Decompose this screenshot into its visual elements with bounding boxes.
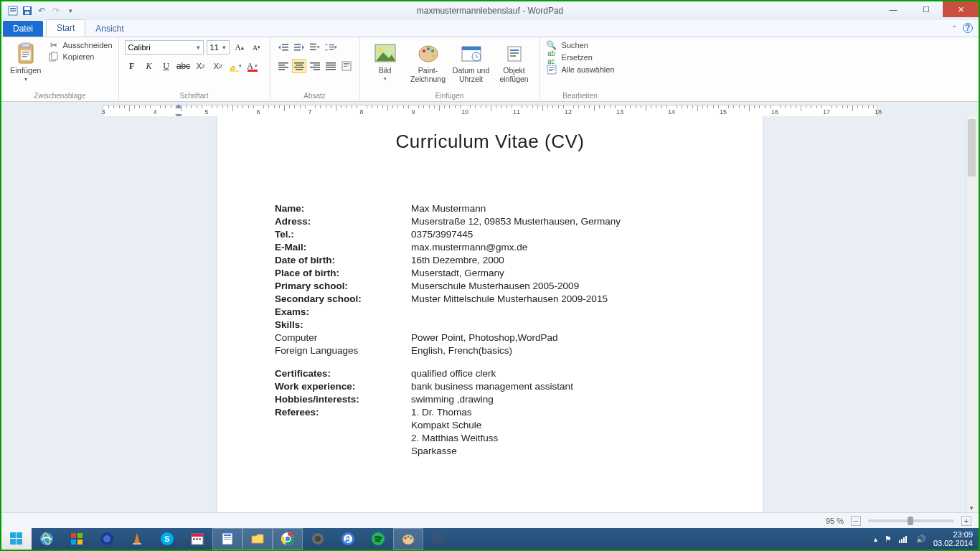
cv-label: Exams: [275,306,411,317]
shrink-font-button[interactable]: A▾ [250,40,264,55]
paste-button[interactable]: Einfügen ▾ [7,40,44,84]
taskbar-office[interactable] [62,528,92,550]
font-color-button[interactable]: A▾ [245,59,260,73]
paragraph-dialog-button[interactable] [339,59,354,73]
document-page[interactable]: Curriculum Vitae (CV) Name:Max Musterman… [217,116,763,514]
taskbar-ie[interactable] [32,528,62,550]
tray-more-icon[interactable]: ▴ [874,535,877,543]
subscript-button[interactable]: X2 [194,59,208,73]
taskbar: S ▴ ⚑ 🔊 23:09 03.02.2014 [1,528,979,550]
cv-label: Date of birth: [275,255,411,265]
bullet-list-button[interactable]: ☰▾ [308,40,322,55]
minimize-button[interactable]: — [877,1,910,17]
system-tray: ▴ ⚑ 🔊 23:09 03.02.2014 [874,530,979,547]
start-button[interactable] [1,528,32,550]
cut-button[interactable]: ✂Ausschneiden [48,40,112,50]
cv-label: Skills: [275,319,411,330]
taskbar-chrome[interactable] [273,528,303,550]
cv-label: Referees: [275,407,411,418]
save-icon[interactable] [22,5,33,17]
cv-label: E-Mail: [275,242,411,253]
insert-paint-button[interactable]: Paint-Zeichnung [409,40,448,83]
redo-icon[interactable]: ↷ [50,5,62,17]
insert-picture-button[interactable]: Bild▾ [366,40,405,82]
svg-text:S: S [164,534,169,543]
svg-rect-38 [326,65,336,66]
zoom-slider[interactable] [868,519,954,522]
svg-rect-20 [294,47,301,48]
qat-more-icon[interactable]: ▾ [65,5,76,17]
selectall-button[interactable]: Alle auswählen [546,65,615,75]
undo-icon[interactable]: ↶ [36,5,47,17]
svg-point-50 [431,50,434,52]
taskbar-spotify[interactable] [363,528,393,550]
align-center-button[interactable] [292,59,306,73]
taskbar-calendar[interactable] [182,528,212,550]
decrease-indent-button[interactable] [276,40,291,55]
cv-row: Adress:Muserstraße 12, 09853 Musterhause… [275,216,705,227]
zoom-in-button[interactable]: + [961,516,971,526]
zoom-slider-knob[interactable] [908,517,913,525]
svg-rect-70 [77,533,83,538]
tray-flag-icon[interactable]: ⚑ [885,534,892,544]
taskbar-paint[interactable] [393,528,423,550]
bold-button[interactable]: F [125,59,139,73]
collapse-ribbon-icon[interactable]: ⌃ [951,24,957,32]
tab-home[interactable]: Start [46,19,85,37]
taskbar-explorer[interactable] [242,528,273,550]
maximize-button[interactable]: ☐ [910,1,943,17]
svg-point-97 [410,537,413,540]
line-spacing-button[interactable]: ▾ [324,40,338,55]
taskbar-vlc[interactable] [122,528,152,550]
taskbar-wordpad[interactable] [212,528,242,550]
cv-row: Sparkasse [275,446,705,456]
font-name-combo[interactable]: Calibri [125,40,204,55]
insert-object-button[interactable]: Objekt einfügen [495,40,534,83]
group-editing-label: Bearbeiten [546,90,615,100]
svg-rect-17 [282,47,288,48]
svg-rect-27 [278,67,288,68]
cv-label: Tel.: [275,229,411,240]
grow-font-button[interactable]: A▴ [232,40,247,55]
align-justify-button[interactable] [324,59,338,73]
close-button[interactable] [943,1,979,17]
quick-access-toolbar: ↶ ↷ ▾ [1,5,76,17]
ribbon-tabs: Datei Start Ansicht ⌃ ? [1,20,979,37]
svg-rect-99 [899,540,900,543]
underline-button[interactable]: U [159,59,174,73]
increase-indent-button[interactable] [292,40,306,55]
cv-label: Name: [275,203,411,214]
svg-rect-86 [224,539,231,540]
scroll-thumb[interactable] [968,119,976,176]
cv-value [411,306,705,317]
taskbar-itunes[interactable] [333,528,363,550]
find-button[interactable]: 🔍Suchen [546,40,615,50]
window-controls: — ☐ [877,1,979,17]
copy-icon [48,52,60,62]
tray-network-icon[interactable] [899,534,909,543]
replace-button[interactable]: abacErsetzen [546,52,615,62]
superscript-button[interactable]: X2 [211,59,225,73]
help-icon[interactable]: ? [963,23,973,33]
zoom-out-button[interactable]: − [851,516,861,526]
taskbar-skype[interactable]: S [152,528,182,550]
italic-button[interactable]: K [142,59,156,73]
group-insert: Bild▾ Paint-Zeichnung Datum und Uhrzeit … [360,37,540,101]
tab-file[interactable]: Datei [3,21,43,37]
tray-clock[interactable]: 23:09 03.02.2014 [933,530,973,547]
align-right-button[interactable] [308,59,322,73]
svg-rect-26 [278,65,285,66]
vertical-scrollbar[interactable]: ▴ ▾ [966,116,977,514]
svg-rect-53 [462,47,481,50]
align-left-button[interactable] [276,59,291,73]
strikethrough-button[interactable]: abc [176,59,191,73]
tab-view[interactable]: Ansicht [85,21,133,37]
insert-datetime-button[interactable]: Datum und Uhrzeit [452,40,491,83]
taskbar-app-gray[interactable] [303,528,333,550]
copy-button[interactable]: Kopieren [48,52,112,62]
font-size-combo[interactable]: 11 [207,40,230,55]
taskbar-app-blue[interactable] [92,528,122,550]
tray-volume-icon[interactable]: 🔊 [916,534,926,544]
highlight-button[interactable]: ▾ [228,59,242,73]
taskbar-misc[interactable] [423,528,453,550]
